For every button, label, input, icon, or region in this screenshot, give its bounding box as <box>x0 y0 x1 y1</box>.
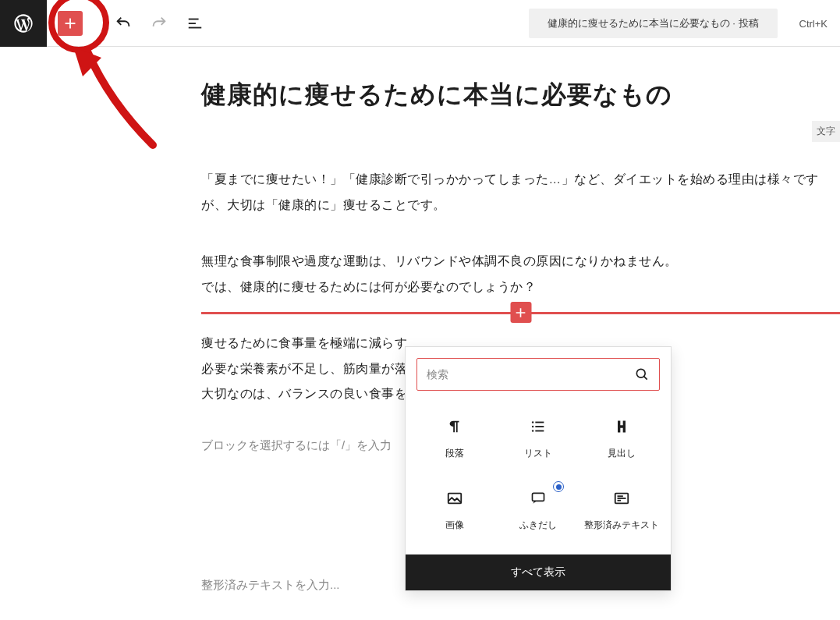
block-preformatted[interactable]: 整形済みテキスト <box>579 478 663 545</box>
svg-point-10 <box>532 426 533 427</box>
document-overview-button[interactable] <box>186 14 204 33</box>
keyboard-shortcut-label: Ctrl+K <box>799 18 828 30</box>
para2-line1: 無理な食事制限や過度な運動は、リバウンドや体調不良の原因になりかねません。 <box>201 254 678 267</box>
block-list-label: リスト <box>524 447 552 460</box>
svg-line-5 <box>644 377 647 380</box>
para3-line1: 痩せるために食事量を極端に減らす <box>201 336 407 349</box>
block-grid: 段落 リスト 見出し 画像 ふきだし <box>406 402 671 554</box>
breadcrumb-area: 健康的に痩せるために本当に必要なもの · 投稿 Ctrl+K <box>529 0 840 47</box>
wordpress-logo[interactable] <box>0 0 47 47</box>
paragraph-block-1[interactable]: 「夏までに痩せたい！」「健康診断で引っかかってしまった…」など、ダイエットを始め… <box>201 167 840 218</box>
block-preformatted-label: 整形済みテキスト <box>584 519 659 532</box>
paragraph-icon <box>445 417 464 436</box>
heading-icon <box>612 417 631 436</box>
new-badge-icon <box>553 481 564 492</box>
block-image-label: 画像 <box>445 519 464 532</box>
block-paragraph[interactable]: 段落 <box>413 406 497 473</box>
undo-button[interactable] <box>114 14 133 33</box>
block-search-field[interactable] <box>416 358 660 391</box>
document-title-pill[interactable]: 健康的に痩せるために本当に必要なもの · 投稿 <box>529 9 778 38</box>
search-icon <box>634 367 650 382</box>
svg-point-11 <box>532 430 533 431</box>
list-view-icon <box>186 15 204 32</box>
plus-icon <box>62 15 79 32</box>
undo-icon <box>115 15 132 32</box>
list-icon <box>529 417 548 436</box>
para3-line3: 大切なのは、バランスの良い食事を <box>201 387 407 400</box>
para3-line2: 必要な栄養素が不足し、筋肉量が落 <box>201 362 407 375</box>
block-insert-indicator <box>201 312 840 314</box>
redo-icon <box>151 15 168 32</box>
search-input[interactable] <box>427 368 634 381</box>
inline-add-block-button[interactable] <box>510 302 531 323</box>
svg-point-4 <box>636 369 645 377</box>
svg-rect-0 <box>189 18 199 19</box>
svg-rect-1 <box>189 23 196 24</box>
search-wrap <box>406 347 671 402</box>
editor-topbar: 健康的に痩せるために本当に必要なもの · 投稿 Ctrl+K <box>0 0 840 47</box>
svg-point-9 <box>532 421 533 423</box>
block-list[interactable]: リスト <box>497 406 580 473</box>
redo-button[interactable] <box>150 14 168 33</box>
post-title[interactable]: 健康的に痩せるために本当に必要なもの <box>201 78 840 112</box>
para2-line2: では、健康的に痩せるためには何が必要なのでしょうか？ <box>201 280 536 293</box>
block-balloon[interactable]: ふきだし <box>497 478 580 545</box>
speech-bubble-icon <box>529 489 548 508</box>
svg-rect-13 <box>532 493 544 501</box>
block-heading[interactable]: 見出し <box>579 406 663 473</box>
image-icon <box>445 489 464 508</box>
block-paragraph-label: 段落 <box>445 447 464 460</box>
svg-rect-6 <box>535 422 544 423</box>
paragraph-block-2[interactable]: 無理な食事制限や過度な運動は、リバウンドや体調不良の原因になりかねません。 では… <box>201 249 840 299</box>
svg-rect-2 <box>189 27 202 28</box>
side-badge[interactable]: 文字 <box>812 121 840 142</box>
add-block-button[interactable] <box>58 11 83 36</box>
block-inserter-popover: 段落 リスト 見出し 画像 ふきだし <box>405 346 672 591</box>
preformatted-icon <box>612 489 631 508</box>
block-image[interactable]: 画像 <box>413 478 497 545</box>
show-all-button[interactable]: すべて表示 <box>406 554 671 590</box>
plus-icon <box>513 305 529 321</box>
svg-rect-8 <box>535 430 544 432</box>
block-balloon-label: ふきだし <box>519 519 557 532</box>
wordpress-icon <box>12 12 34 34</box>
toolbar-icon-group <box>114 14 204 33</box>
svg-rect-7 <box>535 426 544 427</box>
block-heading-label: 見出し <box>608 447 636 460</box>
